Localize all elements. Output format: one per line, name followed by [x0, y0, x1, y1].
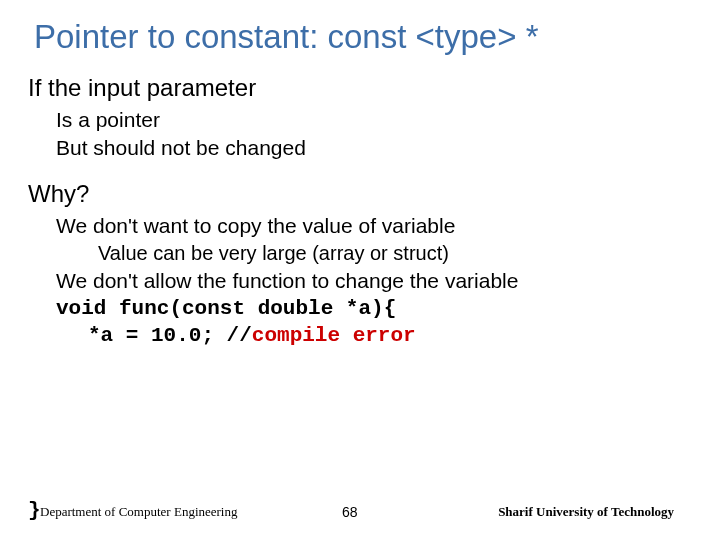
bullet-not-changed: But should not be changed — [56, 136, 692, 160]
bullet-no-copy: We don't want to copy the value of varia… — [56, 214, 692, 238]
code-line-3: } — [28, 499, 41, 522]
bullet-why: Why? — [28, 180, 692, 208]
slide-content: Pointer to constant: const <type> * If t… — [0, 0, 720, 347]
code-line-2: *a = 10.0; //compile error — [88, 324, 692, 347]
code-line-1: void func(const double *a){ — [56, 297, 692, 320]
bullet-large-value: Value can be very large (array or struct… — [98, 242, 692, 265]
bullet-input-param: If the input parameter — [28, 74, 692, 102]
slide-title: Pointer to constant: const <type> * — [34, 18, 692, 56]
code-error: compile error — [252, 324, 416, 347]
bullet-is-pointer: Is a pointer — [56, 108, 692, 132]
footer-univ: Sharif University of Technology — [498, 504, 674, 520]
footer-dept: Department of Computer Engineering — [40, 504, 237, 520]
footer-page: 68 — [342, 504, 358, 520]
bullet-no-change: We don't allow the function to change th… — [56, 269, 692, 293]
code-assign: *a = 10.0; // — [88, 324, 252, 347]
